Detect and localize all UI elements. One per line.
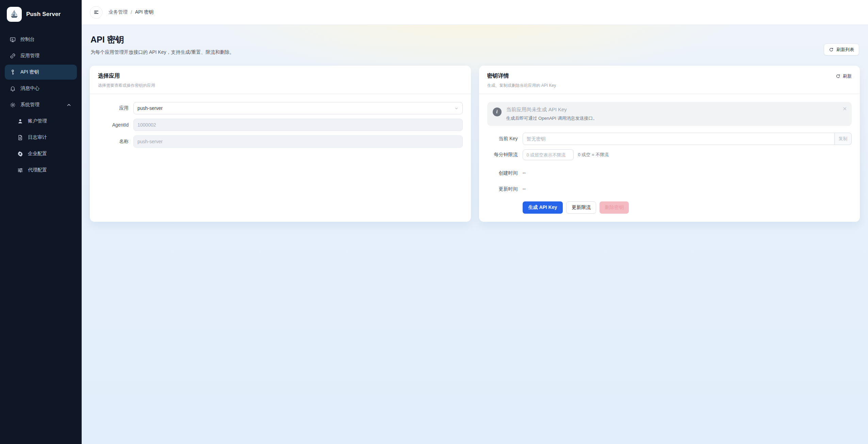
breadcrumb-current: API 密钥 xyxy=(135,9,153,15)
sidebar-item-label: API 密钥 xyxy=(20,69,39,75)
card-title: 密钥详情 xyxy=(487,72,556,80)
close-icon[interactable]: ✕ xyxy=(842,106,847,111)
sidebar-item-console[interactable]: 控制台 xyxy=(5,32,77,47)
updated-time-row: 更新时间 -- xyxy=(487,186,852,192)
gear-solid-icon xyxy=(17,151,23,157)
sliders-icon xyxy=(17,167,23,174)
rate-limit-field[interactable] xyxy=(523,149,574,160)
select-app-card-header: 选择应用 选择需要查看或操作密钥的应用 xyxy=(90,66,471,94)
app-select-label: 应用 xyxy=(98,105,133,111)
sidebar-item-label: 应用管理 xyxy=(20,53,39,59)
app-name-row: 名称 xyxy=(98,135,463,148)
app-logo: OZ Push Server xyxy=(5,6,77,32)
chevron-up-icon xyxy=(66,102,72,108)
sidebar-item-label: 日志审计 xyxy=(28,134,47,141)
sidebar-item-label: 系统管理 xyxy=(20,102,39,108)
svg-text:OZ: OZ xyxy=(13,14,14,16)
refresh-list-button[interactable]: 刷新列表 xyxy=(824,44,859,55)
sidebar-item-system[interactable]: 系统管理 xyxy=(5,97,77,112)
sidebar-item-label: 控制台 xyxy=(20,36,35,43)
sidebar-item-api-keys[interactable]: API 密钥 xyxy=(5,65,77,80)
sidebar-item-label: 企业配置 xyxy=(28,151,47,157)
no-key-alert: i 当前应用尚未生成 API Key 生成后即可通过 OpenAPI 调用消息发… xyxy=(487,102,852,126)
key-icon xyxy=(10,69,16,76)
info-icon: i xyxy=(493,108,502,116)
select-app-card-titles: 选择应用 选择需要查看或操作密钥的应用 xyxy=(98,72,155,88)
key-detail-card-header: 密钥详情 生成、复制或删除当前应用的 API Key 刷新 xyxy=(479,66,860,94)
key-detail-card-body: i 当前应用尚未生成 API Key 生成后即可通过 OpenAPI 调用消息发… xyxy=(479,94,860,222)
key-detail-card-titles: 密钥详情 生成、复制或删除当前应用的 API Key xyxy=(487,72,556,88)
updated-time-value: -- xyxy=(523,186,526,192)
current-key-group: 复制 xyxy=(523,133,852,145)
app-name-field xyxy=(133,135,463,148)
page-subtitle: 为每个应用管理开放接口的 API Key，支持生成/重置、限流和删除。 xyxy=(91,49,234,55)
current-key-row: 当前 Key 复制 xyxy=(487,133,852,145)
bell-icon xyxy=(10,85,16,92)
sidebar-nav: 控制台 应用管理 xyxy=(5,32,77,179)
sidebar-item-accounts[interactable]: 账户管理 xyxy=(5,114,77,129)
app-select-row: 应用 push-server xyxy=(98,102,463,114)
console-icon xyxy=(10,36,16,43)
card-subtitle: 生成、复制或删除当前应用的 API Key xyxy=(487,83,556,88)
agent-id-field xyxy=(133,119,463,131)
page-content: API 密钥 为每个应用管理开放接口的 API Key，支持生成/重置、限流和删… xyxy=(82,25,868,444)
gear-icon xyxy=(10,102,16,108)
app-select-value: push-server xyxy=(137,105,163,111)
alert-text: 当前应用尚未生成 API Key 生成后即可通过 OpenAPI 调用消息发送接… xyxy=(506,106,597,121)
breadcrumb-separator: / xyxy=(131,10,132,15)
sidebar: OZ Push Server 控制台 xyxy=(0,0,82,444)
sidebar-item-label: 消息中心 xyxy=(20,85,39,92)
current-key-field[interactable] xyxy=(523,133,835,145)
created-time-label: 创建时间 xyxy=(487,170,523,176)
sidebar-item-proxy-config[interactable]: 代理配置 xyxy=(5,163,77,178)
main-area: 业务管理 / API 密钥 API 密钥 为每个应用管理开放接口的 API Ke… xyxy=(82,0,868,444)
cards-row: 选择应用 选择需要查看或操作密钥的应用 应用 push-server xyxy=(90,66,860,222)
agent-id-label: AgentId xyxy=(98,122,133,128)
sidebar-item-label: 代理配置 xyxy=(28,167,47,173)
created-time-value: -- xyxy=(523,170,526,176)
select-app-card-body: 应用 push-server AgentId xyxy=(90,94,471,160)
app-name-label: 名称 xyxy=(98,138,133,145)
app-root: OZ Push Server 控制台 xyxy=(0,0,868,444)
agent-id-row: AgentId xyxy=(98,119,463,131)
copy-key-button[interactable]: 复制 xyxy=(835,133,852,145)
refresh-icon xyxy=(829,47,834,52)
sidebar-item-label: 账户管理 xyxy=(28,118,47,124)
alert-description: 生成后即可通过 OpenAPI 调用消息发送接口。 xyxy=(506,115,597,121)
sidebar-item-enterprise-config[interactable]: 企业配置 xyxy=(5,146,77,161)
key-actions-row: 生成 API Key 更新限流 删除密钥 xyxy=(523,201,852,214)
user-icon xyxy=(17,118,23,125)
card-title: 选择应用 xyxy=(98,72,155,80)
delete-key-button[interactable]: 删除密钥 xyxy=(600,201,629,214)
refresh-key-label: 刷新 xyxy=(843,73,852,79)
sidebar-item-audit-log[interactable]: 日志审计 xyxy=(5,130,77,145)
rate-limit-row: 每分钟限流 0 或空 = 不限流 xyxy=(487,149,852,160)
rate-limit-label: 每分钟限流 xyxy=(487,152,523,158)
page-header-text: API 密钥 为每个应用管理开放接口的 API Key，支持生成/重置、限流和删… xyxy=(91,34,234,55)
refresh-icon xyxy=(836,74,840,79)
page-header: API 密钥 为每个应用管理开放接口的 API Key，支持生成/重置、限流和删… xyxy=(90,34,860,55)
select-app-card: 选择应用 选择需要查看或操作密钥的应用 应用 push-server xyxy=(90,66,471,222)
alert-title: 当前应用尚未生成 API Key xyxy=(506,106,597,113)
generate-api-key-button[interactable]: 生成 API Key xyxy=(523,201,563,214)
sidebar-toggle-button[interactable] xyxy=(90,6,102,19)
link-icon xyxy=(10,53,16,59)
topbar: 业务管理 / API 密钥 xyxy=(82,0,868,25)
breadcrumb: 业务管理 / API 密钥 xyxy=(109,9,153,15)
created-time-row: 创建时间 -- xyxy=(487,170,852,176)
sidebar-item-messages[interactable]: 消息中心 xyxy=(5,81,77,96)
page-title: API 密钥 xyxy=(91,34,234,45)
app-title: Push Server xyxy=(26,11,61,18)
sailboat-logo-icon: OZ xyxy=(7,7,22,22)
refresh-key-button[interactable]: 刷新 xyxy=(836,72,852,80)
app-select[interactable]: push-server xyxy=(133,102,463,114)
card-subtitle: 选择需要查看或操作密钥的应用 xyxy=(98,83,155,88)
updated-time-label: 更新时间 xyxy=(487,186,523,192)
chevron-down-icon xyxy=(454,106,459,111)
sidebar-item-apps[interactable]: 应用管理 xyxy=(5,48,77,63)
breadcrumb-parent[interactable]: 业务管理 xyxy=(109,9,128,15)
rate-limit-hint: 0 或空 = 不限流 xyxy=(578,152,609,158)
document-icon xyxy=(17,134,23,141)
key-detail-card: 密钥详情 生成、复制或删除当前应用的 API Key 刷新 i xyxy=(479,66,860,222)
update-rate-limit-button[interactable]: 更新限流 xyxy=(566,201,596,214)
